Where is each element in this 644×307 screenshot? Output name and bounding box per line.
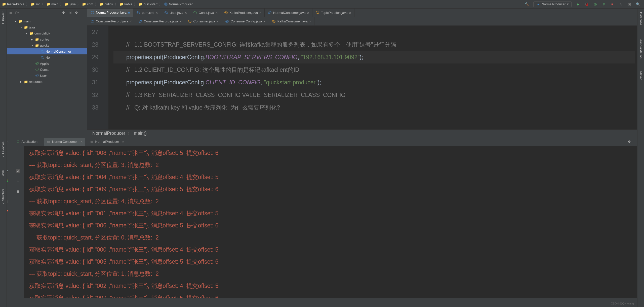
breadcrumb-segment[interactable]: com: [87, 2, 93, 6]
console-line: --- 获取topic: quick_start, 分区位置: 3, 消息总数:…: [29, 159, 639, 171]
code-editor[interactable]: 27282930313233 // 1.1 BOOTSTRAP_SERVERS_…: [87, 26, 644, 129]
code-line[interactable]: // 1.3 KEY_SERIALIZER_CLASS_CONFIG VALUE…: [113, 89, 635, 101]
editor-tab[interactable]: ⒸNormalProducer.java: [87, 9, 133, 17]
breadcrumb-segment[interactable]: kafka: [125, 2, 132, 6]
editor-tab[interactable]: ⓜpom.xml×: [133, 9, 161, 17]
close-icon[interactable]: [128, 11, 130, 15]
breadcrumb-segment[interactable]: java: [70, 2, 76, 6]
tree-item[interactable]: ⒾConst: [7, 66, 87, 73]
editor-tab[interactable]: ⒸTopicPartition.java×: [312, 9, 354, 17]
code-line[interactable]: properties.put(ProducerConfig.BOOTSTRAP_…: [113, 51, 635, 63]
code-line[interactable]: [113, 26, 635, 38]
editor-tab[interactable]: ⒾConst.java×: [190, 9, 221, 17]
editor-tab[interactable]: ⒸUser.java×: [161, 9, 190, 17]
breadcrumb-segment[interactable]: src: [36, 2, 40, 6]
tree-item[interactable]: ⒸNormalConsumer: [7, 48, 87, 54]
editor-breadcrumb-segment[interactable]: NormalProducer: [92, 131, 125, 136]
down-icon[interactable]: ↓: [16, 159, 20, 163]
code-line[interactable]: // Q: 对 kafka的 key 和 value 做序列化 为什么需要序列化…: [113, 101, 635, 114]
close-icon[interactable]: ×: [259, 11, 261, 15]
tool-window-button[interactable]: Database: [639, 12, 642, 25]
search-icon[interactable]: 🔍: [636, 2, 640, 6]
tree-arrow-icon[interactable]: ▼: [20, 26, 23, 29]
run-tab[interactable]: ▭NormalConsumer×: [44, 138, 85, 146]
class-icon: Ⓒ: [225, 19, 229, 23]
editor-tab[interactable]: ⒸNormalConsumer.java×: [265, 9, 312, 17]
profile-icon[interactable]: ⊚: [602, 2, 606, 6]
breadcrumb-segment[interactable]: NormalProducer: [169, 2, 193, 6]
up-icon[interactable]: ↑: [16, 149, 20, 153]
coverage-icon[interactable]: ◷: [593, 2, 597, 6]
close-icon[interactable]: ×: [307, 11, 309, 15]
tree-item[interactable]: ▶📁contro: [7, 36, 87, 42]
debug-icon[interactable]: 🐞: [585, 2, 589, 6]
tool-window-button[interactable]: 7: Structure: [2, 189, 5, 204]
editor-tab[interactable]: ⒸKafkaProducer.java×: [221, 9, 265, 17]
close-icon[interactable]: ×: [309, 19, 311, 23]
scroll-end-icon[interactable]: ⤓: [16, 179, 20, 183]
editor-tab[interactable]: ⒾConsumer.java×: [185, 17, 222, 26]
close-icon[interactable]: ×: [122, 140, 124, 144]
editor-breadcrumb[interactable]: NormalProducer 〉 main(): [87, 129, 644, 137]
tree-arrow-icon[interactable]: ▼: [31, 44, 34, 47]
close-icon[interactable]: ×: [179, 19, 181, 23]
close-icon[interactable]: ×: [349, 11, 351, 15]
tree-arrow-icon[interactable]: ▼: [14, 20, 17, 23]
editor-tab[interactable]: ⒸConsumerRecords.java×: [135, 17, 185, 26]
stop-icon[interactable]: ■: [610, 2, 614, 6]
breadcrumb-segment[interactable]: learn-kafka: [7, 2, 24, 6]
tree-item[interactable]: ▼📁java: [7, 24, 87, 30]
code-line[interactable]: // 1.2 CLIENT_ID_CONFIG: 这个属性的目的是标记kafka…: [113, 63, 635, 76]
editor-tab[interactable]: ⒸConsumerConfig.java×: [222, 17, 269, 26]
console-output[interactable]: 获取实际消息 value: {"id":"008","name":"张三"}, …: [24, 146, 644, 298]
tree-arrow-icon[interactable]: ▼: [25, 32, 28, 35]
git-icon[interactable]: ⎌: [619, 2, 623, 6]
run-tab[interactable]: ▭NormalProducer×: [87, 138, 127, 146]
gear-icon[interactable]: ⚙: [74, 11, 78, 15]
code-content[interactable]: // 1.1 BOOTSTRAP_SERVERS_CONFIG: 连接kafka…: [108, 26, 640, 129]
tool-window-button[interactable]: 2: Favorites: [2, 142, 5, 157]
editor-tab[interactable]: ⒸKafkaConsumer.java×: [269, 17, 314, 26]
locate-icon[interactable]: ✥: [61, 11, 65, 15]
expand-icon[interactable]: ⇲: [68, 11, 72, 15]
hide-icon[interactable]: —: [81, 11, 85, 15]
tree-item[interactable]: ▶📁resources: [7, 79, 87, 85]
tree-item[interactable]: ▼📁quicks: [7, 42, 87, 48]
editor-breadcrumb-segment[interactable]: main(): [134, 131, 147, 136]
soft-wrap-icon[interactable]: ⤶: [16, 169, 20, 173]
breadcrumb-segment[interactable]: quickstart: [144, 2, 158, 6]
tree-arrow-icon[interactable]: ▶: [31, 38, 34, 41]
tool-window-button[interactable]: Web: [2, 170, 5, 176]
tree-item[interactable]: ⒸUser: [7, 73, 87, 79]
toolbar-right: 🔨 ● NormalProducer ▾ ▶ 🐞 ◷ ⊚ ■ ⎌ ▣ 🔍: [525, 2, 642, 7]
close-icon[interactable]: ×: [130, 19, 132, 23]
breadcrumb-segment[interactable]: didiok: [105, 2, 113, 6]
build-icon[interactable]: 🔨: [525, 2, 529, 6]
tree-item[interactable]: ⒸNo: [7, 54, 87, 60]
tool-window-button[interactable]: 1: Project: [2, 12, 5, 24]
project-tree[interactable]: ▼📁main▼📁java▼📁com.didiok▶📁contro▼📁quicks…: [7, 17, 87, 137]
gear-icon[interactable]: ⚙: [627, 140, 631, 144]
tree-item[interactable]: ▼📁com.didiok: [7, 30, 87, 36]
close-icon[interactable]: ×: [217, 19, 219, 23]
run-app-tab[interactable]: ⬡ Application: [13, 138, 40, 146]
layout-icon[interactable]: ▣: [627, 2, 631, 6]
clear-icon[interactable]: 🗑: [16, 189, 20, 193]
tree-arrow-icon[interactable]: ▶: [20, 80, 23, 83]
close-icon[interactable]: ×: [263, 19, 265, 23]
tree-item[interactable]: ⒸApplic: [7, 60, 87, 66]
editor-tab[interactable]: ⒸConsumerRecord.java×: [87, 17, 135, 26]
run-config-selector[interactable]: ● NormalProducer ▾: [533, 2, 572, 7]
close-icon[interactable]: ×: [216, 11, 218, 15]
tool-window-button[interactable]: Maven: [639, 71, 642, 80]
close-icon[interactable]: ×: [81, 140, 83, 144]
close-icon[interactable]: ×: [156, 11, 158, 15]
breadcrumb-segment[interactable]: main: [51, 2, 58, 6]
tree-item[interactable]: ▼📁main: [7, 18, 87, 24]
close-icon[interactable]: ×: [185, 11, 187, 15]
code-line[interactable]: properties.put(ProducerConfig.CLIENT_ID_…: [113, 76, 635, 89]
tool-window-button[interactable]: Bean Validation: [639, 38, 642, 58]
code-line[interactable]: // 1.1 BOOTSTRAP_SERVERS_CONFIG: 连接kafka…: [113, 38, 635, 51]
run-icon[interactable]: ▶: [576, 2, 580, 6]
project-view-icon[interactable]: ▭: [9, 11, 13, 15]
